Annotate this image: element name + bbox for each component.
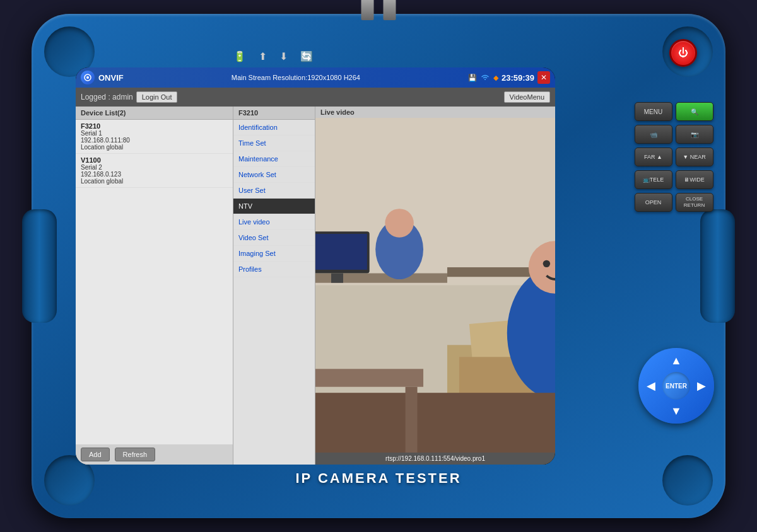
right-handle: [700, 209, 735, 323]
device-name: F3210: [81, 122, 228, 130]
time-display: 23:59:39: [502, 73, 534, 83]
device-serial: Serial 1: [81, 130, 228, 137]
close-app-button[interactable]: ✕: [537, 71, 550, 84]
dpad: ▲ ▼ ◀ ▶ ENTER: [638, 348, 714, 424]
main-content: Device List(2) F3210 Serial 1 192.168.0.…: [76, 107, 555, 465]
search-button[interactable]: 🔍: [676, 102, 713, 121]
top-status-icons: 🔋 ⬆ ⬇ 🔄: [233, 50, 313, 62]
open-close-row: OPEN CLOSERETURN: [630, 193, 718, 212]
menu-item-videoset[interactable]: Video Set: [233, 230, 315, 246]
menu-item-userset[interactable]: User Set: [233, 183, 315, 199]
app-logo: [81, 71, 95, 84]
battery-icon: 🔋: [233, 50, 246, 62]
power-button[interactable]: ⏻: [669, 39, 697, 67]
connector-pin-1: [361, 0, 374, 20]
connector-pins: [361, 0, 396, 20]
app-name: ONVIF: [98, 73, 124, 83]
device-location-2: Location global: [81, 178, 228, 185]
svg-rect-26: [406, 387, 418, 453]
photo-button[interactable]: 📷: [676, 125, 713, 144]
dpad-right-button[interactable]: ▶: [692, 376, 711, 395]
svg-point-13: [385, 209, 414, 238]
video-menu-button[interactable]: VideoMenu: [504, 91, 550, 103]
login-out-button[interactable]: Login Out: [136, 91, 178, 103]
video-record-button[interactable]: 📹: [635, 125, 672, 144]
power-icon: ⏻: [678, 47, 688, 59]
signal-down-icon: ⬇: [279, 50, 288, 62]
svg-rect-11: [331, 274, 343, 283]
video-url-bar: rtsp://192.168.0.111:554/video.pro1: [315, 453, 555, 465]
device-location: Location global: [81, 144, 228, 151]
menu-title: F3210: [233, 107, 315, 120]
photo-icon: 📷: [691, 131, 698, 138]
screen-bezel: ONVIF Main Stream Resolution:1920x1080 H…: [76, 67, 555, 465]
tele-icon: 📺: [643, 176, 650, 183]
stream-info: Main Stream Resolution:1920x1080 H264: [124, 74, 468, 81]
controls-area: MENU 🔍 📹 📷 FAR ▲ ▼ NEAR 📺 TELE 🖥: [630, 67, 718, 212]
svg-point-21: [543, 260, 550, 267]
wide-button[interactable]: 🖥 WIDE: [676, 170, 713, 189]
menu-item-livevideo[interactable]: Live video: [233, 214, 315, 230]
svg-rect-23: [315, 393, 555, 453]
near-button[interactable]: ▼ NEAR: [676, 147, 713, 166]
menu-item-networkset[interactable]: Network Set: [233, 167, 315, 183]
device-item-v1100[interactable]: V1100 Serial 2 192.168.0.123 Location gl…: [76, 154, 233, 188]
close-return-button[interactable]: CLOSERETURN: [676, 193, 713, 212]
bottom-buttons: Add Refresh: [76, 444, 233, 465]
refresh-button[interactable]: Refresh: [115, 448, 156, 461]
sd-card-icon: 💾: [468, 74, 477, 82]
rotate-icon: 🔄: [300, 50, 313, 62]
menu-panel: F3210 Identification Time Set Maintenanc…: [233, 107, 315, 465]
far-button[interactable]: FAR ▲: [635, 147, 672, 166]
dpad-left-button[interactable]: ◀: [642, 376, 660, 395]
logged-label: Logged : admin: [81, 93, 133, 101]
open-button[interactable]: OPEN: [635, 193, 672, 212]
connector-pin-2: [384, 0, 396, 20]
svg-rect-24: [315, 369, 423, 386]
device-name-v1100: V1100: [81, 156, 228, 164]
device-list-panel: Device List(2) F3210 Serial 1 192.168.0.…: [76, 107, 233, 465]
toolbar: Logged : admin Login Out VideoMenu: [76, 88, 555, 107]
dpad-container: ▲ ▼ ◀ ▶ ENTER: [638, 348, 714, 424]
camera-row: 📹 📷: [630, 125, 718, 144]
left-handle: [22, 209, 57, 323]
video-feed: [315, 118, 555, 453]
menu-item-profiles[interactable]: Profiles: [233, 262, 315, 277]
status-bar: ONVIF Main Stream Resolution:1920x1080 H…: [76, 67, 555, 88]
device-item-f3210[interactable]: F3210 Serial 1 192.168.0.111:80 Location…: [76, 120, 233, 154]
video-label: Live video: [315, 107, 555, 118]
menu-item-identification[interactable]: Identification: [233, 120, 315, 136]
menu-item-maintenance[interactable]: Maintenance: [233, 151, 315, 167]
network-icon: ◆: [493, 74, 498, 82]
menu-row: MENU 🔍: [630, 102, 718, 121]
menu-button[interactable]: MENU: [635, 102, 672, 121]
add-button[interactable]: Add: [81, 448, 110, 461]
dpad-up-button[interactable]: ▲: [667, 351, 686, 370]
menu-item-imagingset[interactable]: Imaging Set: [233, 246, 315, 262]
tele-wide-row: 📺 TELE 🖥 WIDE: [630, 170, 718, 189]
video-icon: 📹: [650, 131, 657, 138]
menu-item-timeset[interactable]: Time Set: [233, 136, 315, 151]
tele-button[interactable]: 📺 TELE: [635, 170, 672, 189]
wifi-icon: [480, 72, 490, 83]
signal-up-icon: ⬆: [259, 50, 267, 62]
enter-button[interactable]: ENTER: [662, 372, 690, 400]
screen: ONVIF Main Stream Resolution:1920x1080 H…: [76, 67, 555, 465]
video-panel: Live video: [315, 107, 555, 465]
wide-icon: 🖥: [684, 176, 690, 183]
menu-item-ntv[interactable]: NTV: [233, 199, 315, 214]
device-ip-2: 192.168.0.123: [81, 171, 228, 178]
search-icon: 🔍: [691, 108, 698, 115]
device-body: 🔋 ⬆ ⬇ 🔄 ⏻ ONVIF Main Stream Resolution:1…: [32, 14, 725, 518]
video-area: [315, 118, 555, 453]
status-right-icons: 💾 ◆ 23:59:39 ✕: [468, 71, 550, 84]
dpad-down-button[interactable]: ▼: [667, 402, 686, 420]
device-list-header: Device List(2): [76, 107, 233, 120]
svg-point-1: [86, 76, 89, 79]
svg-rect-10: [315, 234, 367, 270]
far-near-row: FAR ▲ ▼ NEAR: [630, 147, 718, 166]
device-serial-2: Serial 2: [81, 164, 228, 171]
corner-grip-br: [662, 455, 713, 506]
device-ip: 192.168.0.111:80: [81, 137, 228, 144]
device-label: IP CAMERA TESTER: [295, 470, 461, 487]
